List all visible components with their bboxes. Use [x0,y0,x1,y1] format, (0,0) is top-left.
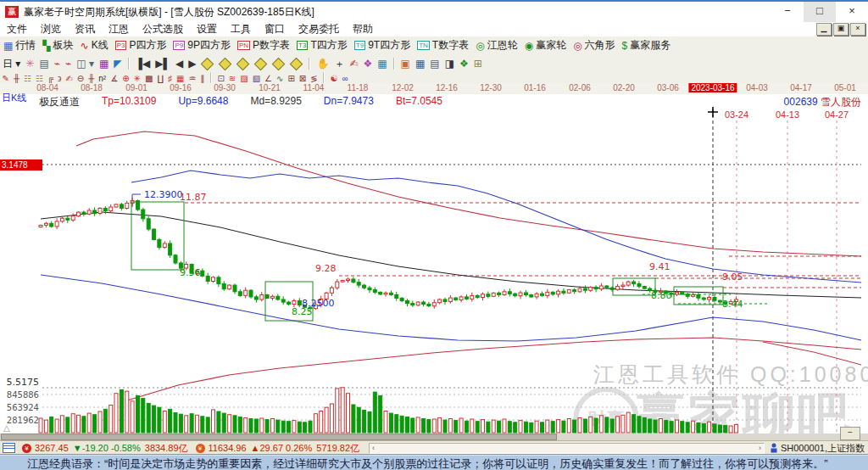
menu-item-浏览[interactable]: 浏览 [34,22,68,36]
wave-icon[interactable]: ∐ [157,74,164,83]
date-tick[interactable]: 12-16 [436,83,458,92]
net-pc-icon[interactable]: ❖ [459,58,469,70]
quad-grid-icon[interactable]: ▦ [377,58,387,70]
current-symbol-label[interactable]: SH000001,上证指数 [781,442,865,455]
fan-icon[interactable]: ♯ [168,74,172,83]
marker-icon[interactable]: ✍ [65,74,72,83]
ticker-scrollbar[interactable]: ‹ › [369,443,765,454]
zigzag-icon[interactable]: ≶ [310,74,317,83]
diamond-3-icon[interactable] [236,57,250,70]
date-tick[interactable]: 09-16 [170,83,192,92]
date-tick[interactable]: 04-17 [790,83,812,92]
menu-item-文件[interactable]: 文件 [0,22,34,36]
first-bar-icon[interactable]: ▐◀ [136,58,151,70]
date-tick[interactable]: 11-04 [303,83,325,92]
triangle-button[interactable]: △ [3,423,10,433]
minimize-button[interactable]: − [771,2,804,22]
scroll-right-arrow[interactable]: › [759,444,761,452]
date-tick[interactable]: 05-01 [834,83,856,92]
date-tick[interactable]: 09-30 [214,83,236,92]
diamond-4-icon[interactable] [254,57,268,70]
pencil-icon[interactable]: ✎ [3,74,9,83]
star-icon[interactable]: ✳ [134,74,141,83]
menu-item-江恩[interactable]: 江恩 [102,22,136,36]
scrollbar-thumb[interactable] [1,434,557,440]
cycle-icon[interactable]: ⊖ [77,74,84,83]
calendar-icon[interactable]: ▣ [401,58,410,70]
box-sel-icon[interactable]: ⊡ [217,74,224,83]
date-tick[interactable]: 09-01 [125,83,147,92]
toolbar-item-gann-wheel[interactable]: ◎江恩轮 [476,38,517,53]
toolbar-item-kline[interactable]: ∿K线 [81,38,108,53]
dense-grid-icon[interactable]: ▩ [145,74,153,83]
shanghai-index-values[interactable]: 3267.45▼-19.20 -0.58%3834.89亿 [35,442,192,455]
date-axis[interactable]: 08-0408-1809-0109-1609-3010-2111-0411-18… [0,83,868,94]
infinity-icon[interactable]: ∞ [342,74,348,83]
diamond-6-icon[interactable] [290,57,303,70]
menu-item-资讯[interactable]: 资讯 [68,22,102,36]
date-tick[interactable]: 01-16 [524,83,546,92]
ruler-icon[interactable]: ╫ [88,74,94,83]
toolbar-item-p-table[interactable]: PNP数字表 [237,38,290,53]
crosshair-icon[interactable]: ＋ [334,57,344,71]
shenzhen-index-values[interactable]: 11634.96▲29.67 0.26%5719.82亿 [209,442,364,455]
diamond-2-icon[interactable] [219,57,232,70]
menu-item-设置[interactable]: 设置 [190,22,224,36]
maximize-button[interactable]: □ [804,2,836,22]
chart-svg[interactable]: 12.390011.879.569.288.25008.259.419.058.… [0,83,868,440]
measure-icon[interactable]: ✍ [349,58,358,70]
close-button[interactable]: × [836,2,868,22]
date-tick[interactable]: 02-20 [613,83,635,92]
rays-icon[interactable]: ≋ [229,74,236,83]
date-tick[interactable]: 08-04 [36,83,58,92]
save-report-icon[interactable]: ▤ [430,58,439,70]
toolbar-item-p-square[interactable]: P3P四方形 [115,38,167,53]
spiral-icon[interactable]: ϶ [58,74,61,83]
gann-grid-1-icon[interactable]: ☷ [24,74,31,83]
date-tick[interactable]: 04-03 [746,83,768,92]
next-bar-icon[interactable]: ▶ [188,58,196,70]
mdi-minimize-button[interactable]: ▁ [816,23,832,36]
mdi-restore-button[interactable]: ▣ [833,23,849,36]
shade-2-icon[interactable]: ▧ [253,74,260,83]
prev-bar-icon[interactable]: ◀ [175,58,183,70]
purple-grid-icon[interactable]: ▦ [99,58,108,70]
grid-a-icon[interactable]: ⊞ [287,74,294,83]
trend-angle-icon[interactable]: ∠ [264,74,272,83]
menu-item-交易委托[interactable]: 交易委托 [292,22,346,36]
date-tick[interactable]: 11-18 [348,83,369,92]
menu-item-工具[interactable]: 工具 [224,22,258,36]
target-icon[interactable]: ⊕ [122,74,129,83]
gann-grid-2-icon[interactable]: ☷ [36,74,43,83]
calculator-icon[interactable]: ▦ [415,58,425,70]
zoom-out-button[interactable]: − [840,427,860,440]
date-tick[interactable]: 03-06 [657,83,679,92]
menu-item-窗口[interactable]: 窗口 [258,22,292,36]
grid-b-icon[interactable]: ⊠ [299,74,306,83]
channel-icon[interactable]: ♒ [188,74,196,83]
angle-f-icon[interactable]: ╔ [47,74,53,83]
capsule-icon[interactable]: ◫ ▾ [76,58,94,70]
toolbar-item-hexagon[interactable]: ◎六角形 [573,38,615,53]
date-tick[interactable]: 08-18 [81,83,103,92]
curve-icon[interactable]: ∿ [276,74,283,83]
date-tick[interactable]: 10-21 [259,83,281,92]
n2-icon[interactable]: n² [98,74,106,83]
date-tick[interactable]: 12-30 [480,83,502,92]
quote-grid-icon[interactable] [3,443,15,453]
menu-item-公式选股[interactable]: 公式选股 [136,22,190,36]
pattern-icon[interactable]: ✳ [25,58,34,70]
mdi-close-button[interactable]: × [850,23,865,36]
diamond-5-icon[interactable] [272,57,286,70]
hand-drag-icon[interactable]: ✋ [316,58,329,70]
disk-icon[interactable]: ◨ [445,58,454,70]
last-bar-icon[interactable]: ▶▌ [155,58,170,70]
toolbar-item-winner-service[interactable]: $赢家服务 [622,38,671,53]
angle-icon[interactable]: ∡ [110,74,118,83]
shade-1-icon[interactable]: ▨ [240,74,248,83]
menu-item-帮助[interactable]: 帮助 [346,22,380,36]
diamond-1-icon[interactable] [201,57,214,70]
date-tick[interactable]: 12-02 [392,83,414,92]
date-tick-current[interactable]: 2023-03-16 [688,83,737,92]
date-tick[interactable]: 02-06 [569,83,591,92]
